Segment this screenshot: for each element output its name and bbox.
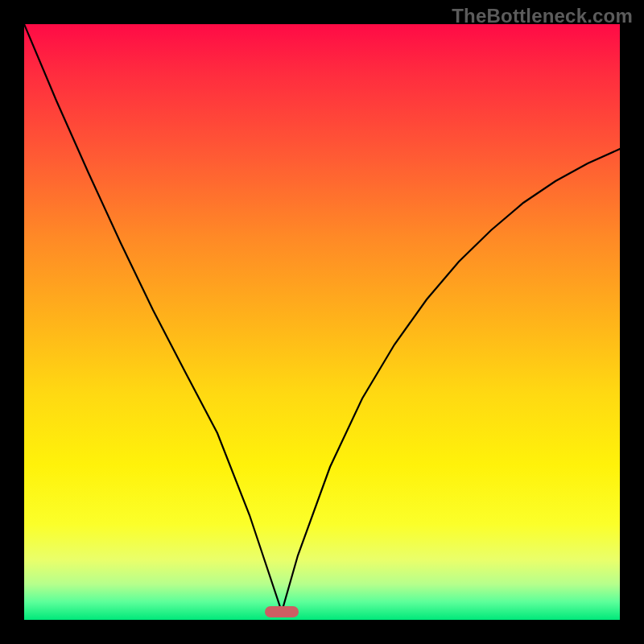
minimum-marker — [265, 606, 299, 617]
watermark-text: TheBottleneck.com — [452, 5, 633, 27]
left-curve — [24, 24, 282, 612]
plot-area — [24, 24, 620, 620]
curve-layer — [24, 24, 620, 620]
right-curve — [282, 149, 620, 612]
chart-frame: TheBottleneck.com — [0, 0, 644, 644]
